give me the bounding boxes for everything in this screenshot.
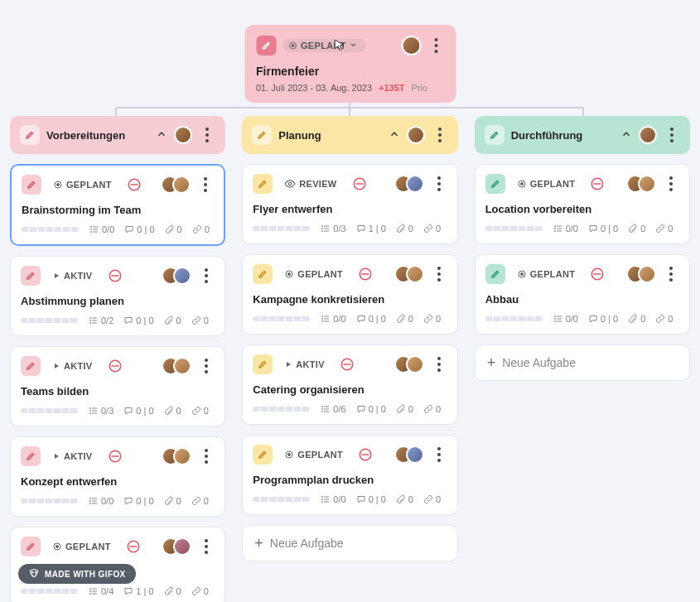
kebab-menu[interactable] bbox=[431, 354, 447, 375]
block-icon[interactable] bbox=[108, 449, 123, 464]
status-chip[interactable]: GEPLANT bbox=[48, 178, 120, 191]
kebab-menu[interactable] bbox=[432, 124, 448, 146]
task-card[interactable]: GEPLANT Brainstorming im Team 0/0 0 | 0 … bbox=[10, 164, 225, 246]
task-card[interactable]: GEPLANT Programmplan drucken 0/0 0 | 0 0… bbox=[242, 435, 457, 515]
avatar-stack[interactable] bbox=[626, 265, 656, 283]
kebab-menu[interactable] bbox=[431, 173, 447, 195]
edit-icon[interactable] bbox=[21, 356, 41, 376]
task-card[interactable]: REVIEW Flyer entwerfen 0/3 1 | 0 0 0 bbox=[242, 164, 457, 244]
task-card[interactable]: AKTIV Abstimmung planen 0/2 0 | 0 0 0 bbox=[10, 256, 225, 336]
block-icon[interactable] bbox=[590, 176, 605, 191]
status-chip[interactable]: AKTIV bbox=[47, 269, 101, 282]
add-task-button[interactable]: + Neue Aufgabe bbox=[475, 344, 690, 381]
kebab-menu[interactable] bbox=[198, 536, 215, 557]
task-card[interactable]: GEPLANT Abbau 0/0 0 | 0 0 0 bbox=[475, 254, 690, 335]
avatar[interactable] bbox=[639, 126, 657, 144]
status-chip[interactable]: GEPLANT bbox=[47, 540, 119, 553]
avatar-stack[interactable] bbox=[394, 445, 424, 464]
avatar[interactable] bbox=[407, 126, 425, 144]
status-chip[interactable]: GEPLANT bbox=[279, 267, 351, 281]
status-chip[interactable]: REVIEW bbox=[279, 176, 345, 191]
task-card[interactable]: AKTIV Catering organisieren 0/6 0 | 0 0 … bbox=[242, 344, 457, 425]
column-header[interactable]: Vorbereitungen bbox=[10, 116, 225, 154]
avatar-stack[interactable] bbox=[161, 176, 191, 194]
task-card[interactable]: AKTIV Teams bilden 0/3 0 | 0 0 0 bbox=[10, 346, 225, 426]
task-card[interactable]: AKTIV Konzept entwerfen 0/0 0 | 0 0 0 bbox=[10, 436, 225, 517]
kebab-menu[interactable] bbox=[431, 444, 447, 465]
status-chip[interactable]: GEPLANT bbox=[282, 39, 366, 52]
status-chip[interactable]: AKTIV bbox=[47, 359, 101, 373]
kebab-menu[interactable] bbox=[199, 124, 215, 146]
kebab-menu[interactable] bbox=[663, 173, 679, 195]
avatar[interactable] bbox=[173, 357, 191, 375]
column-header[interactable]: Planung bbox=[242, 116, 457, 154]
avatar-stack[interactable] bbox=[394, 265, 424, 283]
edit-icon[interactable] bbox=[253, 445, 273, 465]
avatar[interactable] bbox=[401, 36, 421, 55]
kebab-menu[interactable] bbox=[198, 265, 215, 287]
task-card[interactable]: GEPLANT Kampagne konkretisieren 0/0 0 | … bbox=[242, 254, 457, 335]
block-icon[interactable] bbox=[352, 176, 367, 191]
edit-icon[interactable] bbox=[21, 266, 41, 286]
avatar[interactable] bbox=[173, 447, 191, 465]
avatar[interactable] bbox=[406, 445, 424, 464]
edit-icon[interactable] bbox=[252, 125, 272, 145]
collapse-icon[interactable] bbox=[620, 128, 632, 142]
status-chip[interactable]: AKTIV bbox=[47, 450, 101, 463]
block-icon[interactable] bbox=[127, 177, 142, 192]
edit-icon[interactable] bbox=[21, 446, 41, 466]
avatar-stack[interactable] bbox=[394, 355, 424, 373]
edit-icon[interactable] bbox=[21, 537, 41, 556]
add-task-button[interactable]: + Neue Aufgabe bbox=[242, 525, 457, 561]
block-icon[interactable] bbox=[108, 268, 123, 283]
avatar-stack[interactable] bbox=[626, 175, 656, 193]
block-icon[interactable] bbox=[126, 539, 141, 554]
kebab-menu[interactable] bbox=[197, 174, 214, 195]
comments-meta: 0 | 0 bbox=[356, 404, 386, 414]
task-card[interactable]: GEPLANT Location vorbereiten 0/0 0 | 0 0… bbox=[475, 164, 690, 244]
collapse-icon[interactable] bbox=[389, 128, 400, 142]
kebab-menu[interactable] bbox=[427, 35, 444, 56]
block-icon[interactable] bbox=[108, 359, 123, 373]
avatar-stack[interactable] bbox=[162, 357, 191, 375]
block-icon[interactable] bbox=[358, 447, 373, 462]
target-icon bbox=[287, 41, 297, 51]
block-icon[interactable] bbox=[340, 357, 355, 372]
edit-icon[interactable] bbox=[20, 125, 40, 145]
edit-icon[interactable] bbox=[253, 354, 273, 374]
edit-icon[interactable] bbox=[485, 125, 504, 145]
avatar[interactable] bbox=[174, 126, 192, 144]
edit-icon[interactable] bbox=[253, 264, 273, 284]
status-chip[interactable]: AKTIV bbox=[279, 358, 333, 371]
kebab-menu[interactable] bbox=[431, 263, 447, 285]
svg-point-14 bbox=[91, 227, 92, 228]
avatar-stack[interactable] bbox=[394, 175, 424, 193]
avatar[interactable] bbox=[406, 175, 424, 193]
kebab-menu[interactable] bbox=[663, 263, 679, 285]
edit-icon[interactable] bbox=[485, 264, 505, 284]
avatar[interactable] bbox=[638, 175, 656, 193]
status-chip[interactable]: GEPLANT bbox=[279, 448, 351, 461]
avatar-stack[interactable] bbox=[162, 267, 191, 285]
kebab-menu[interactable] bbox=[198, 445, 215, 467]
avatar[interactable] bbox=[172, 176, 191, 194]
status-chip[interactable]: GEPLANT bbox=[512, 267, 584, 281]
status-chip[interactable]: GEPLANT bbox=[512, 177, 584, 190]
kebab-menu[interactable] bbox=[198, 355, 215, 377]
kebab-menu[interactable] bbox=[664, 124, 680, 146]
avatar[interactable] bbox=[406, 265, 424, 283]
avatar[interactable] bbox=[638, 265, 656, 283]
edit-icon[interactable] bbox=[485, 174, 505, 194]
block-icon[interactable] bbox=[590, 267, 605, 282]
collapse-icon[interactable] bbox=[156, 128, 167, 142]
edit-icon[interactable] bbox=[22, 175, 41, 195]
block-icon[interactable] bbox=[358, 267, 373, 282]
avatar[interactable] bbox=[173, 537, 191, 556]
avatar[interactable] bbox=[173, 267, 191, 285]
column-header[interactable]: Durchführung bbox=[475, 116, 690, 154]
avatar[interactable] bbox=[406, 355, 424, 373]
avatar-stack[interactable] bbox=[162, 447, 191, 465]
avatar-stack[interactable] bbox=[162, 537, 191, 556]
edit-icon[interactable] bbox=[256, 36, 276, 55]
edit-icon[interactable] bbox=[253, 174, 273, 194]
